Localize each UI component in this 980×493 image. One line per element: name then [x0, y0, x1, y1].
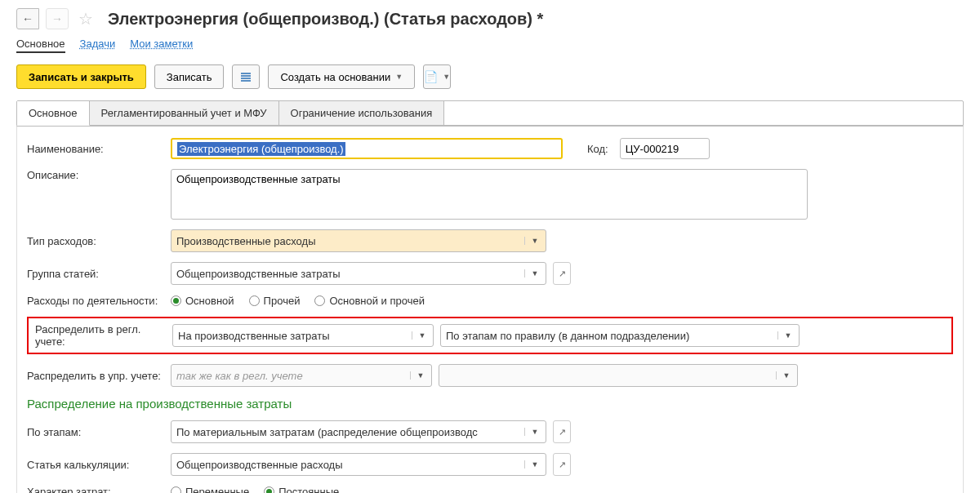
- group-label: Группа статей:: [27, 268, 164, 280]
- group-dropdown[interactable]: Общепроизводственные затраты ▼: [171, 262, 546, 285]
- type-label: Тип расходов:: [27, 235, 164, 247]
- back-button[interactable]: ←: [16, 8, 39, 29]
- calc-article-label: Статья калькуляции:: [27, 459, 164, 471]
- radio-both[interactable]: Основной и прочей: [314, 295, 425, 307]
- radio-icon: [314, 295, 325, 306]
- create-based-button[interactable]: Создать на основании▼: [268, 64, 415, 89]
- cost-nature-radio-group: Переменные Постоянные: [171, 486, 339, 493]
- star-icon[interactable]: ☆: [78, 9, 93, 29]
- chevron-down-icon: ▼: [524, 428, 541, 436]
- name-input[interactable]: Электроэнергия (общепроизвод.): [171, 138, 563, 159]
- save-close-button[interactable]: Записать и закрыть: [16, 64, 146, 89]
- code-label: Код:: [587, 143, 608, 155]
- page-title: Электроэнергия (общепроизвод.) (Статья р…: [108, 10, 543, 29]
- save-button[interactable]: Записать: [154, 64, 225, 89]
- chevron-down-icon: ▼: [524, 237, 541, 245]
- dist-upr-dropdown2[interactable]: ▼: [439, 364, 798, 387]
- forward-button[interactable]: →: [46, 8, 69, 29]
- chevron-down-icon: ▼: [776, 371, 792, 380]
- tabs: Основное Регламентированный учет и МФУ О…: [16, 100, 964, 126]
- linktab-tasks[interactable]: Задачи: [80, 38, 116, 53]
- list-icon: [241, 73, 251, 82]
- chevron-down-icon: ▼: [777, 331, 794, 340]
- radio-main[interactable]: Основной: [171, 295, 234, 307]
- linktab-notes[interactable]: Мои заметки: [130, 38, 193, 53]
- open-ref-button[interactable]: ↗: [553, 262, 571, 285]
- radio-other[interactable]: Прочей: [249, 295, 301, 307]
- desc-textarea[interactable]: Общепроизводственные затраты: [171, 169, 808, 220]
- code-input[interactable]: [620, 138, 710, 159]
- toolbar: Записать и закрыть Записать Создать на о…: [16, 64, 964, 89]
- calc-article-dropdown[interactable]: Общепроизводственные расходы ▼: [171, 453, 546, 476]
- type-dropdown[interactable]: Производственные расходы ▼: [171, 229, 546, 252]
- radio-icon: [264, 486, 274, 493]
- list-icon-button[interactable]: [232, 64, 260, 89]
- dist-reg-dropdown1[interactable]: На производственные затраты ▼: [172, 324, 434, 347]
- activity-label: Расходы по деятельности:: [27, 295, 164, 307]
- radio-variable[interactable]: Переменные: [171, 486, 249, 493]
- dist-upr-dropdown1[interactable]: так же как в регл. учете ▼: [171, 364, 432, 387]
- form-body: Наименование: Электроэнергия (общепроизв…: [16, 126, 964, 493]
- chevron-down-icon: ▼: [524, 460, 541, 469]
- desc-label: Описание:: [27, 169, 164, 181]
- cost-nature-label: Характер затрат:: [27, 486, 164, 493]
- dist-reg-dropdown2[interactable]: По этапам по правилу (в данном подраздел…: [440, 324, 800, 347]
- more-icon-button[interactable]: 📄▼: [423, 64, 451, 89]
- section-title: Распределение на производственные затрат…: [27, 397, 953, 411]
- open-ref-button[interactable]: ↗: [553, 453, 571, 476]
- tab-reg[interactable]: Регламентированный учет и МФУ: [90, 101, 279, 125]
- chevron-down-icon: ▼: [524, 269, 541, 278]
- dist-upr-label: Распределить в упр. учете:: [27, 370, 164, 382]
- folder-icon: 📄: [424, 70, 438, 83]
- chevron-down-icon: ▼: [395, 73, 403, 81]
- by-stages-dropdown[interactable]: По материальным затратам (распределение …: [171, 420, 546, 443]
- name-label: Наименование:: [27, 143, 164, 155]
- tab-main[interactable]: Основное: [17, 101, 90, 126]
- open-ref-button[interactable]: ↗: [553, 420, 571, 443]
- link-tabs: Основное Задачи Мои заметки: [16, 38, 964, 53]
- chevron-down-icon: ▼: [412, 331, 428, 340]
- chevron-down-icon: ▼: [410, 371, 426, 380]
- dist-reg-label: Распределить в регл. учете:: [35, 323, 166, 348]
- activity-radio-group: Основной Прочей Основной и прочей: [171, 295, 425, 307]
- linktab-main[interactable]: Основное: [16, 38, 65, 53]
- radio-icon: [171, 295, 181, 306]
- highlight-row: Распределить в регл. учете: На производс…: [27, 317, 953, 354]
- radio-icon: [249, 295, 260, 306]
- tab-limit[interactable]: Ограничение использования: [279, 101, 445, 125]
- radio-constant[interactable]: Постоянные: [264, 486, 339, 493]
- radio-icon: [171, 486, 181, 493]
- chevron-down-icon: ▼: [443, 73, 450, 81]
- by-stages-label: По этапам:: [27, 426, 164, 438]
